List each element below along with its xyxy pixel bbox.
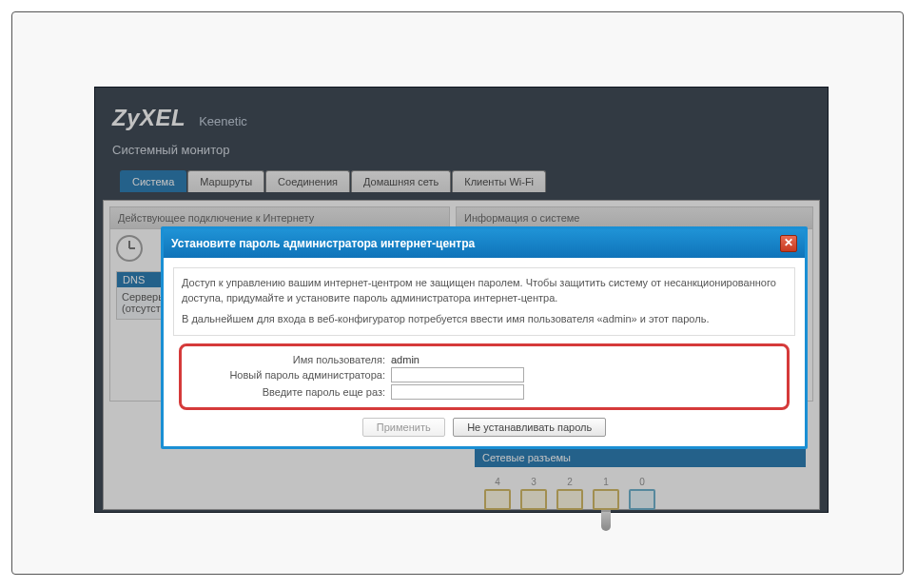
username-label: Имя пользователя:	[191, 354, 391, 365]
dialog-paragraph-1: Доступ к управлению вашим интернет-центр…	[182, 276, 787, 306]
skip-password-button[interactable]: Не устанавливать пароль	[453, 418, 606, 437]
new-password-label: Новый пароль администратора:	[191, 369, 391, 381]
dialog-paragraph-2: В дальнейшем для входа в веб-конфигурато…	[182, 312, 787, 327]
dialog-buttons: Применить Не устанавливать пароль	[173, 418, 795, 437]
viewport-frame: ZyXEL Keenetic Системный монитор Система…	[11, 11, 904, 575]
new-password-input[interactable]	[391, 367, 524, 382]
confirm-password-input[interactable]	[391, 384, 524, 400]
dialog-title-text: Установите пароль администратора интерне…	[171, 237, 475, 250]
confirm-password-label: Введите пароль еще раз:	[191, 386, 391, 398]
password-form-highlight: Имя пользователя: admin Новый пароль адм…	[179, 343, 790, 410]
dialog-titlebar: Установите пароль администратора интерне…	[164, 229, 805, 258]
apply-button[interactable]: Применить	[362, 418, 445, 437]
dialog-message: Доступ к управлению вашим интернет-центр…	[173, 267, 795, 336]
set-password-dialog: Установите пароль администратора интерне…	[161, 226, 808, 449]
username-value: admin	[391, 354, 419, 365]
close-icon[interactable]: ✕	[780, 235, 797, 252]
